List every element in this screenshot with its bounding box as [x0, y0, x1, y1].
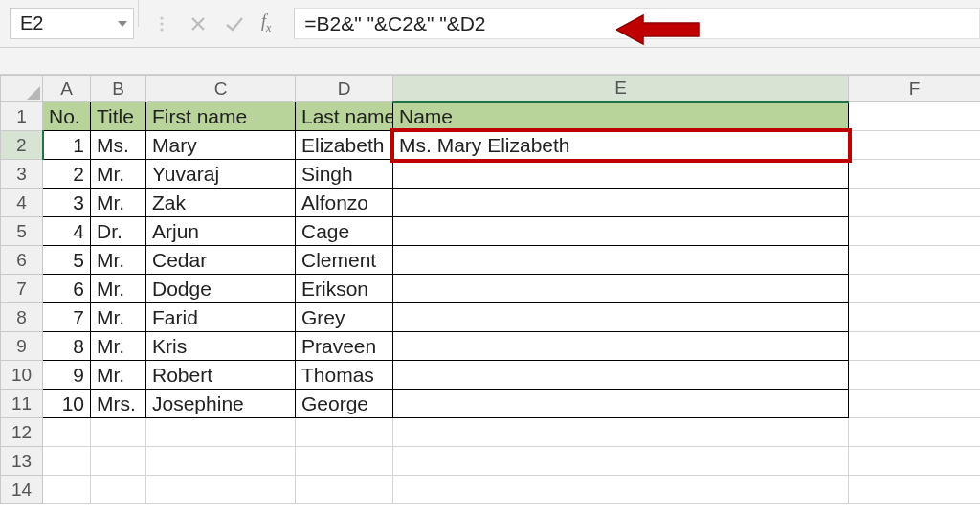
- cell[interactable]: [849, 102, 981, 131]
- cell[interactable]: 3: [43, 189, 91, 217]
- cell[interactable]: Farid: [146, 303, 296, 332]
- cell[interactable]: Mr.: [91, 275, 146, 303]
- cell[interactable]: [393, 246, 849, 275]
- cell[interactable]: Thomas: [296, 361, 393, 390]
- cell[interactable]: [849, 332, 981, 361]
- cell[interactable]: [849, 447, 981, 476]
- spreadsheet[interactable]: A B C D E F 1 No. Title First name Last …: [0, 75, 980, 504]
- cell[interactable]: [849, 246, 981, 275]
- cell[interactable]: First name: [146, 102, 296, 131]
- cell[interactable]: Mary: [146, 131, 296, 160]
- cell[interactable]: [393, 275, 849, 303]
- cell[interactable]: [91, 447, 146, 476]
- cell[interactable]: Praveen: [296, 332, 393, 361]
- cell[interactable]: [91, 418, 146, 447]
- row-header[interactable]: 7: [1, 275, 43, 303]
- cell[interactable]: 2: [43, 160, 91, 189]
- cell[interactable]: Ms.: [91, 131, 146, 160]
- cell[interactable]: 5: [43, 246, 91, 275]
- cell[interactable]: [393, 476, 849, 504]
- cell[interactable]: Grey: [296, 303, 393, 332]
- cell[interactable]: 8: [43, 332, 91, 361]
- cell[interactable]: Kris: [146, 332, 296, 361]
- row-header[interactable]: 3: [1, 160, 43, 189]
- cell[interactable]: [849, 418, 981, 447]
- cell[interactable]: Dodge: [146, 275, 296, 303]
- cell[interactable]: Cedar: [146, 246, 296, 275]
- col-header-E[interactable]: E: [393, 76, 849, 102]
- cell[interactable]: Mrs.: [91, 390, 146, 418]
- cell[interactable]: [849, 160, 981, 189]
- cell[interactable]: 4: [43, 217, 91, 246]
- col-header-D[interactable]: D: [296, 76, 393, 102]
- cell[interactable]: Mr.: [91, 246, 146, 275]
- cell[interactable]: George: [296, 390, 393, 418]
- col-header-A[interactable]: A: [43, 76, 91, 102]
- fx-icon[interactable]: fx: [261, 11, 280, 35]
- grid[interactable]: A B C D E F 1 No. Title First name Last …: [0, 75, 980, 504]
- cell[interactable]: Mr.: [91, 189, 146, 217]
- cell[interactable]: Elizabeth: [296, 131, 393, 160]
- row-header[interactable]: 13: [1, 447, 43, 476]
- cell[interactable]: 6: [43, 275, 91, 303]
- cell[interactable]: [393, 418, 849, 447]
- cell[interactable]: [296, 476, 393, 504]
- cell[interactable]: [296, 418, 393, 447]
- cell[interactable]: Title: [91, 102, 146, 131]
- cell[interactable]: Robert: [146, 361, 296, 390]
- cell[interactable]: [43, 447, 91, 476]
- row-header[interactable]: 9: [1, 332, 43, 361]
- formula-input[interactable]: =B2&" "&C2&" "&D2: [294, 8, 980, 39]
- cell[interactable]: [43, 418, 91, 447]
- row-header[interactable]: 14: [1, 476, 43, 504]
- cell[interactable]: [393, 189, 849, 217]
- cell[interactable]: 10: [43, 390, 91, 418]
- cell[interactable]: [393, 390, 849, 418]
- chevron-down-icon[interactable]: [118, 21, 127, 27]
- cell[interactable]: [849, 476, 981, 504]
- row-header[interactable]: 1: [1, 102, 43, 131]
- cell[interactable]: 9: [43, 361, 91, 390]
- row-header[interactable]: 6: [1, 246, 43, 275]
- cell[interactable]: Dr.: [91, 217, 146, 246]
- cell[interactable]: [296, 447, 393, 476]
- cell[interactable]: Cage: [296, 217, 393, 246]
- col-header-F[interactable]: F: [849, 76, 981, 102]
- cell[interactable]: [849, 189, 981, 217]
- cell[interactable]: Last name: [296, 102, 393, 131]
- cell[interactable]: Name: [393, 102, 849, 131]
- cell[interactable]: Clement: [296, 246, 393, 275]
- select-all-corner[interactable]: [1, 76, 43, 102]
- row-header[interactable]: 4: [1, 189, 43, 217]
- cell[interactable]: Josephine: [146, 390, 296, 418]
- cell[interactable]: Erikson: [296, 275, 393, 303]
- cell[interactable]: Zak: [146, 189, 296, 217]
- enter-icon[interactable]: [225, 14, 244, 34]
- cell[interactable]: [146, 476, 296, 504]
- cell[interactable]: Singh: [296, 160, 393, 189]
- col-header-B[interactable]: B: [91, 76, 146, 102]
- cell[interactable]: [393, 332, 849, 361]
- name-box[interactable]: E2: [10, 8, 134, 39]
- cell[interactable]: 7: [43, 303, 91, 332]
- cell[interactable]: [849, 131, 981, 160]
- cell[interactable]: [849, 390, 981, 418]
- row-header[interactable]: 5: [1, 217, 43, 246]
- row-header[interactable]: 12: [1, 418, 43, 447]
- cell[interactable]: [393, 303, 849, 332]
- cell-active[interactable]: Ms. Mary Elizabeth: [393, 131, 849, 160]
- cell[interactable]: [146, 447, 296, 476]
- row-header[interactable]: 11: [1, 390, 43, 418]
- cell[interactable]: [849, 361, 981, 390]
- cell[interactable]: Arjun: [146, 217, 296, 246]
- cell[interactable]: [849, 275, 981, 303]
- cell[interactable]: Alfonzo: [296, 189, 393, 217]
- cell[interactable]: [43, 476, 91, 504]
- cancel-icon[interactable]: [189, 14, 208, 34]
- cell[interactable]: Yuvaraj: [146, 160, 296, 189]
- cell[interactable]: Mr.: [91, 332, 146, 361]
- cell[interactable]: [146, 418, 296, 447]
- row-header[interactable]: 8: [1, 303, 43, 332]
- cell[interactable]: [849, 303, 981, 332]
- cell[interactable]: [849, 217, 981, 246]
